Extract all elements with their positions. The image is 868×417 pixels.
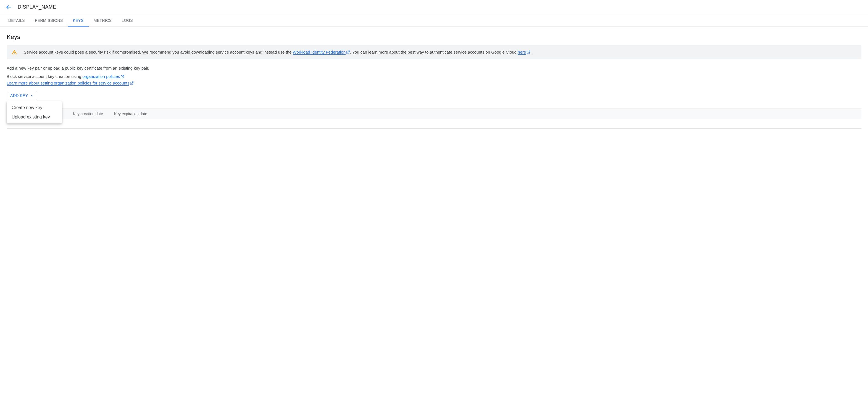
section-heading: Keys [7,33,861,41]
block-key-suffix: . [124,74,125,79]
create-new-key-menu-item[interactable]: Create new key [7,103,62,113]
add-key-container: ADD KEY Create new key Upload existing k… [7,91,861,100]
add-key-button[interactable]: ADD KEY [7,91,37,100]
external-link-icon [527,50,530,54]
table-body-empty [7,119,861,129]
svg-line-3 [122,75,124,77]
chevron-down-icon [30,94,33,97]
external-link-icon [346,50,350,54]
col-key-expiration-date: Key expiration date [114,111,147,116]
table-header-row: Key creation date Key expiration date [7,109,861,119]
tab-logs[interactable]: LOGS [117,14,138,27]
warning-text: Service account keys could pose a securi… [24,49,531,56]
tab-permissions[interactable]: PERMISSIONS [30,14,68,27]
workload-identity-federation-link[interactable]: Workload Identity Federation [293,50,346,55]
svg-line-1 [348,51,349,53]
external-link-icon [120,74,124,78]
here-link[interactable]: here [518,50,526,55]
tab-keys[interactable]: KEYS [68,14,89,27]
col-key-creation-date: Key creation date [73,111,103,116]
keys-table: Key creation date Key expiration date [7,108,861,129]
svg-line-4 [131,82,133,84]
warning-text-3: . [530,50,531,55]
page-header: DISPLAY_NAME [0,0,868,14]
learn-more-org-policies-link[interactable]: Learn more about setting organization po… [7,81,129,86]
back-arrow-icon[interactable] [5,4,12,10]
svg-line-2 [528,51,530,53]
tabs-bar: DETAILS PERMISSIONS KEYS METRICS LOGS [0,14,868,27]
warning-icon [11,50,17,55]
block-key-prefix: Block service account key creation using [7,74,82,79]
warning-banner: Service account keys could pose a securi… [7,45,861,59]
add-key-dropdown: Create new key Upload existing key [7,101,62,123]
upload-existing-key-menu-item[interactable]: Upload existing key [7,113,62,122]
warning-text-2: . You can learn more about the best way … [350,50,518,55]
tab-metrics[interactable]: METRICS [89,14,117,27]
external-link-icon [130,81,134,85]
add-key-button-label: ADD KEY [10,93,28,98]
block-key-text: Block service account key creation using… [7,73,861,87]
tab-details[interactable]: DETAILS [3,14,30,27]
warning-text-1: Service account keys could pose a securi… [24,50,293,55]
page-title: DISPLAY_NAME [18,4,56,10]
organization-policies-link[interactable]: organization policies [82,74,120,79]
add-key-description: Add a new key pair or upload a public ke… [7,65,861,71]
content-area: Keys Service account keys could pose a s… [0,27,868,134]
